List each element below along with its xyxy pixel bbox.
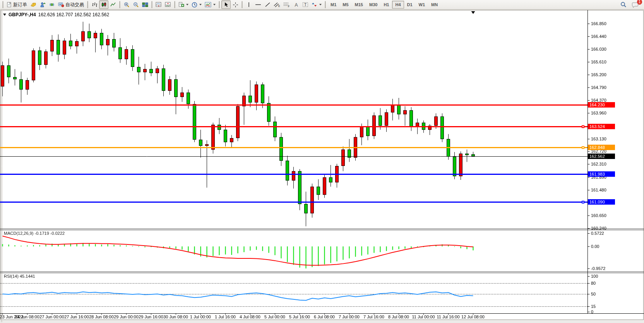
timeframe-m5[interactable]: M5 (339, 1, 351, 9)
toolbar-grip[interactable] (173, 1, 176, 8)
timeframe-h4[interactable]: H4 (392, 1, 404, 9)
candlestick-mode-button[interactable] (99, 0, 108, 9)
line-chart-mode-button[interactable] (108, 0, 118, 9)
price-tick-label: 163.130 (591, 137, 606, 141)
horizontal-line-tool-button[interactable] (253, 0, 263, 9)
vertical-line-tool-button[interactable] (244, 0, 253, 9)
period-clock-button[interactable] (190, 0, 203, 9)
signals-button[interactable] (47, 0, 57, 9)
chart-title: GBPJPY-,H4 162.626 162.707 162.562 162.5… (3, 12, 109, 17)
market-watch-button[interactable] (29, 0, 38, 9)
text-label-tool-button[interactable]: T (301, 0, 310, 9)
zoom-in-icon (124, 2, 130, 8)
dropdown-arrow-icon (319, 4, 322, 5)
time-axis-label: 12 Jul 08:00 (461, 314, 485, 319)
notification-badge: 1 (637, 0, 642, 5)
bar-chart-mode-button[interactable] (90, 0, 99, 9)
rsi-name: RSI(14) (4, 274, 19, 279)
time-axis-label: 7 Jul 16:00 (363, 314, 384, 319)
svg-text:A: A (295, 2, 298, 8)
tile-windows-icon (142, 2, 148, 7)
time-axis-label: 5 Jul 16:00 (289, 314, 310, 319)
text-icon: A (294, 2, 299, 7)
chart-canvas[interactable] (0, 0, 644, 323)
tile-windows-button[interactable] (140, 0, 150, 9)
add-indicator-button[interactable] (177, 0, 190, 9)
strategy-tester-button[interactable] (38, 0, 47, 9)
bar-chart-icon (92, 2, 98, 7)
toolbar-grip[interactable] (2, 1, 4, 8)
arrows-tool-button[interactable] (310, 0, 323, 9)
toolbar-grip[interactable] (241, 1, 243, 8)
price-line-badge: 164.230 (588, 102, 615, 108)
vertical-line-icon (247, 2, 251, 7)
auto-trading-button[interactable]: 自动交易 (57, 0, 86, 9)
timeframe-group: M1M5M15M30H1H4D1W1MN (327, 1, 441, 9)
price-tick-label: 164.790 (591, 85, 606, 90)
cursor-tool-button[interactable] (221, 0, 231, 9)
dropdown-arrow-icon (186, 4, 188, 5)
price-tick-label: 161.480 (591, 188, 606, 192)
time-axis-label: 24 Jun 08:00 (15, 314, 39, 319)
clock-icon (192, 2, 197, 8)
indicator-window-icon (156, 2, 162, 7)
timeframe-h1[interactable]: H1 (380, 1, 392, 9)
equidistant-channel-tool-button[interactable]: E (272, 0, 282, 9)
price-line-badge: 162.562 (588, 154, 615, 159)
time-axis-label: 8 Jul 08:00 (388, 314, 409, 319)
crosshair-tool-button[interactable] (231, 0, 240, 9)
macd-scale-label: 0.00 (591, 244, 599, 249)
timeframe-d1[interactable]: D1 (404, 1, 416, 9)
toolbar-grip[interactable] (218, 1, 221, 8)
symbol-dropdown-icon[interactable] (3, 14, 6, 16)
time-axis-label: 7 Jul 00:00 (339, 314, 360, 319)
zoom-in-button[interactable] (122, 0, 131, 9)
chart-template-button[interactable] (203, 0, 217, 9)
toolbar-grip[interactable] (86, 1, 89, 8)
cursor-arrow-icon (224, 2, 229, 7)
rsi-scale-label: 100 (591, 274, 598, 279)
timeframe-m1[interactable]: M1 (327, 1, 339, 9)
trendline-tool-button[interactable] (263, 0, 272, 9)
macd-name: MACD(12,26,9) (4, 231, 33, 236)
time-axis-label: 6 Jul 08:00 (314, 314, 335, 319)
timeframe-m30[interactable]: M30 (366, 1, 380, 9)
timeframe-m15[interactable]: M15 (352, 1, 366, 9)
time-axis-label: 1 Jul 00:00 (190, 314, 211, 319)
macd-scale-label: 0.5722 (591, 231, 604, 236)
rsi-scale-label: 15 (591, 304, 596, 309)
price-tick-label: 165.610 (591, 60, 606, 64)
time-axis-label: 4 Jul 08:00 (240, 314, 260, 319)
timeframe-mn[interactable]: MN (428, 1, 441, 9)
toolbar-grip[interactable] (118, 1, 121, 8)
time-axis-label: 5 Jul 00:00 (264, 314, 285, 319)
price-tag-icon (30, 2, 36, 7)
price-line-badge: 163.524 (588, 124, 615, 129)
timeframe-label: H1 (384, 2, 389, 7)
text-tool-button[interactable]: A (291, 0, 301, 9)
notifications-button[interactable]: 1 (630, 0, 640, 9)
tester-icon (40, 2, 46, 7)
timeframe-label: H4 (395, 2, 401, 7)
new-indicator-window-button[interactable] (154, 0, 163, 9)
new-order-button[interactable]: 新订单 (5, 0, 29, 9)
toolbar-grip[interactable] (324, 1, 327, 8)
price-line-badge: 161.090 (588, 199, 615, 205)
zoom-out-button[interactable] (131, 0, 140, 9)
dropdown-arrow-icon (199, 4, 202, 5)
search-button[interactable] (619, 0, 628, 9)
trendline-icon (265, 2, 271, 7)
price-tick-label: 166.030 (591, 47, 606, 51)
main-toolbar: 新订单 自动交易 (0, 0, 644, 10)
fibonacci-tool-button[interactable]: F (282, 0, 291, 9)
toolbar-grip[interactable] (151, 1, 153, 8)
time-axis-label: 30 Jun 08:00 (163, 314, 188, 319)
price-tick-label: 165.200 (591, 72, 606, 77)
indicator-list-button[interactable] (163, 0, 173, 9)
time-axis-label: 1 Jul 16:00 (215, 314, 236, 319)
macd-scale-label: -0.9572 (591, 266, 605, 271)
timeframe-w1[interactable]: W1 (416, 1, 428, 9)
price-tick-label: 166.850 (591, 21, 606, 26)
dropdown-arrow-icon (213, 4, 216, 5)
channel-icon: E (274, 2, 280, 7)
